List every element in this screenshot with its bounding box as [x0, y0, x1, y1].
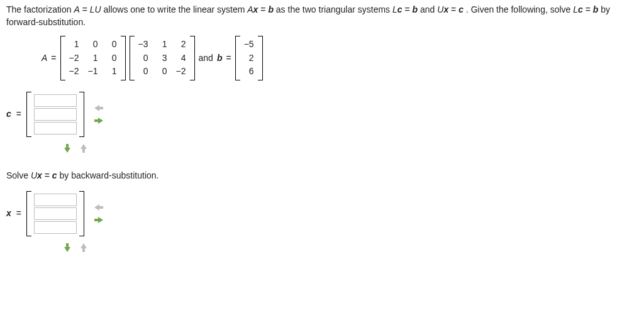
cell: 1 [107, 65, 117, 78]
answer-c-input-3[interactable] [34, 122, 77, 135]
cell: 2 [244, 52, 254, 65]
var-U: U [437, 4, 443, 14]
answer-c-matrix [26, 92, 84, 137]
cell: 0 [138, 65, 148, 78]
cell: −1 [88, 65, 98, 78]
svg-marker-4 [94, 204, 103, 211]
problem-intro: The factorization A = LU allows one to w… [6, 4, 638, 28]
cell: 6 [244, 65, 254, 78]
remove-column-button[interactable] [92, 202, 106, 212]
label-b: b [217, 52, 223, 65]
text: The factorization [6, 4, 74, 14]
add-column-button[interactable] [92, 116, 106, 126]
matrix-U: −312 034 00−2 [130, 36, 195, 80]
cell: 2 [176, 38, 186, 51]
var-A: A [247, 4, 253, 14]
answer-x-block: x = [6, 191, 638, 236]
text: . Given the following, solve [466, 4, 573, 14]
text: and [420, 4, 437, 14]
var-b: b [413, 4, 418, 14]
cell: 4 [176, 52, 186, 65]
text: = [451, 4, 458, 14]
arrow-left-icon [93, 104, 104, 112]
cell: −2 [176, 65, 186, 78]
arrow-up-icon [80, 242, 87, 253]
text: = [16, 207, 21, 220]
answer-c-block: c = [6, 92, 638, 137]
add-row-button[interactable] [60, 243, 74, 253]
answer-c-input-1[interactable] [34, 94, 77, 107]
cell: −5 [244, 38, 254, 51]
arrow-right-icon [93, 117, 104, 124]
text: = [16, 108, 21, 121]
svg-marker-2 [64, 144, 70, 153]
arrow-down-icon [64, 143, 71, 154]
var-L: L [392, 4, 397, 14]
cell: −2 [69, 52, 79, 65]
cell: 1 [69, 38, 79, 51]
svg-marker-3 [80, 144, 87, 153]
remove-row-button[interactable] [77, 143, 91, 153]
remove-column-button[interactable] [92, 103, 106, 113]
text: = [405, 4, 413, 14]
text: = [226, 52, 231, 65]
label-A: A [42, 52, 47, 65]
matrix-L: 100 −210 −2−11 [60, 36, 126, 80]
given-equation-row: A = 100 −210 −2−11 −312 034 00−2 and b =… [42, 36, 638, 80]
var-c: c [578, 4, 583, 14]
cell: 0 [157, 65, 167, 78]
cell: 3 [157, 52, 167, 65]
cell: 0 [107, 52, 117, 65]
cell: 0 [138, 52, 148, 65]
var-x: x [37, 170, 42, 180]
var-x: x [443, 4, 448, 14]
answer-x-input-1[interactable] [34, 194, 77, 206]
text: by backward-substitution. [60, 170, 159, 180]
cell: −3 [138, 38, 148, 51]
add-column-button[interactable] [92, 215, 106, 225]
var-LU: LU [90, 4, 101, 14]
arrow-up-icon [80, 143, 87, 154]
answer-x-input-3[interactable] [34, 221, 77, 234]
section2-prompt: Solve Ux = c by backward-substitution. [6, 170, 638, 182]
answer-x-matrix [26, 191, 84, 236]
cell: −2 [69, 65, 79, 78]
text: = [260, 4, 268, 14]
var-c: c [397, 4, 402, 14]
svg-marker-6 [64, 243, 70, 252]
var-L: L [573, 4, 578, 14]
text: Solve [6, 170, 31, 180]
arrow-down-icon [64, 242, 71, 253]
var-b: b [593, 4, 599, 14]
var-U: U [31, 170, 37, 180]
var-c: c [52, 170, 57, 180]
add-row-button[interactable] [60, 143, 74, 153]
answer-x-input-2[interactable] [34, 207, 77, 220]
vector-b: −5 2 6 [235, 36, 263, 80]
cell: 1 [88, 52, 98, 65]
text: allows one to write the linear system [104, 4, 248, 14]
text: = [82, 4, 90, 14]
var-c: c [458, 4, 464, 14]
text: = [45, 170, 52, 180]
text: = [51, 52, 56, 65]
var-x: x [253, 4, 258, 14]
arrow-right-icon [93, 216, 104, 224]
arrow-left-icon [93, 204, 104, 211]
answer-c-input-2[interactable] [34, 108, 77, 121]
cell: 1 [157, 38, 167, 51]
svg-marker-7 [80, 243, 87, 252]
svg-marker-1 [94, 118, 103, 124]
label-c: c [6, 108, 11, 121]
text: as the two triangular systems [276, 4, 392, 14]
var-A: A [74, 4, 79, 14]
cell: 0 [107, 38, 117, 51]
cell: 0 [88, 38, 98, 51]
remove-row-button[interactable] [77, 243, 91, 253]
svg-marker-5 [94, 217, 103, 223]
svg-marker-0 [94, 105, 103, 111]
var-b: b [268, 4, 274, 14]
text: = [586, 4, 593, 14]
label-x: x [6, 207, 11, 220]
text-and: and [199, 52, 213, 65]
